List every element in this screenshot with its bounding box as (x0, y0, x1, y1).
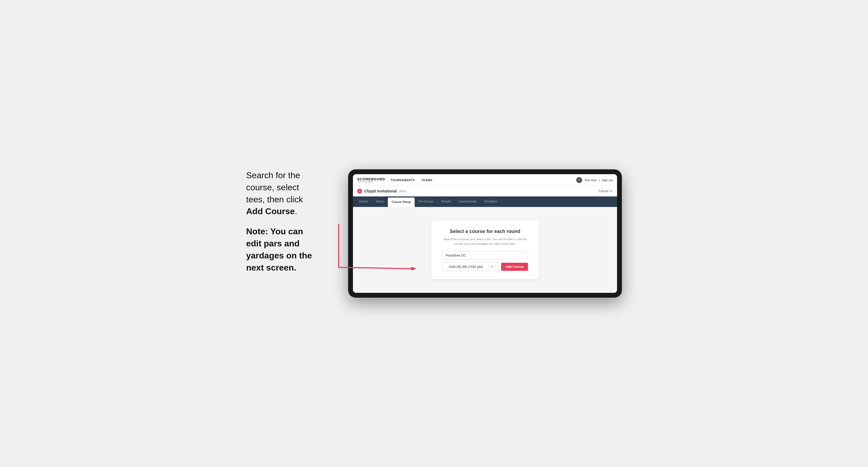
brand-title: SCOREBOARD (357, 178, 385, 181)
annotation-line2: course, select (246, 183, 299, 192)
separator: | (599, 179, 600, 182)
brand-logo: SCOREBOARD Powered by clippd (357, 178, 385, 183)
main-content: Select a course for each round Search fo… (353, 207, 617, 293)
navbar-right: T Test User | Sign out (576, 177, 613, 183)
course-search-input[interactable] (442, 251, 528, 260)
user-name: Test User (584, 179, 597, 182)
tee-select-row: Gold (M) (M) (7010 yds) | ✕ ⌃ Add Course (442, 262, 528, 271)
tournament-badge: (Men) (399, 189, 407, 193)
nav-links: TOURNAMENTS TEAMS (391, 178, 432, 183)
sign-out-link[interactable]: Sign out (602, 179, 613, 182)
tee-select-wrapper: Gold (M) (M) (7010 yds) | ✕ ⌃ (442, 262, 499, 271)
annotation-block: Search for the course, select tees, then… (246, 169, 332, 282)
annotation-note2: edit pars and (246, 239, 300, 248)
tab-leaderboards[interactable]: Leaderboards (455, 196, 480, 207)
add-course-button[interactable]: Add Course (501, 263, 528, 271)
tournament-logo: C (357, 189, 362, 193)
brand-subtitle: Powered by clippd (357, 181, 385, 183)
tournament-name: Clippd Invitational (364, 189, 397, 193)
tablet-frame: SCOREBOARD Powered by clippd TOURNAMENTS… (348, 169, 622, 298)
tab-teams[interactable]: Teams (372, 196, 388, 207)
tablet-screen: SCOREBOARD Powered by clippd TOURNAMENTS… (353, 174, 617, 293)
annotation-bold1: Add Course (246, 207, 295, 216)
annotation-line3: tees, then click (246, 195, 303, 204)
nav-teams[interactable]: TEAMS (422, 178, 432, 183)
tee-chevron-icon[interactable]: ⌃ (494, 265, 497, 269)
user-avatar: T (576, 177, 582, 183)
tab-course-setup[interactable]: Course Setup (388, 197, 415, 207)
cancel-x-icon: ✕ (610, 189, 613, 193)
annotation-note3: yardages on the (246, 251, 312, 260)
tab-tee-groups[interactable]: Tee Groups (415, 196, 437, 207)
nav-tournaments[interactable]: TOURNAMENTS (391, 178, 415, 183)
cancel-button[interactable]: Cancel ✕ (598, 189, 613, 193)
annotation-period: . (295, 207, 297, 216)
tab-printables[interactable]: Printables (480, 196, 501, 207)
tournament-title: C Clippd Invitational (Men) (357, 189, 407, 193)
page-wrapper: Search for the course, select tees, then… (246, 169, 622, 298)
navbar: SCOREBOARD Powered by clippd TOURNAMENTS… (353, 174, 617, 186)
annotation-line1: Search for the (246, 170, 300, 180)
cancel-label: Cancel (598, 189, 609, 193)
card-title: Select a course for each round (442, 229, 528, 234)
tab-results[interactable]: Results (437, 196, 455, 207)
course-select-card: Select a course for each round Search fo… (431, 221, 539, 279)
card-subtitle: Search for a course and select a tee. Yo… (442, 237, 528, 246)
tournament-header: C Clippd Invitational (Men) Cancel ✕ (353, 186, 617, 196)
tee-value-display: Gold (M) (M) (7010 yds) (444, 263, 488, 271)
annotation-note1: Note: You can (246, 226, 303, 236)
annotation-note4: next screen. (246, 263, 296, 272)
tab-details[interactable]: Details (355, 196, 372, 207)
tab-bar: Details Teams Course Setup Tee Groups Re… (353, 196, 617, 207)
tablet-wrapper: SCOREBOARD Powered by clippd TOURNAMENTS… (348, 169, 622, 298)
tee-clear-icon[interactable]: ✕ (491, 264, 494, 269)
brand-area: SCOREBOARD Powered by clippd (357, 178, 385, 183)
